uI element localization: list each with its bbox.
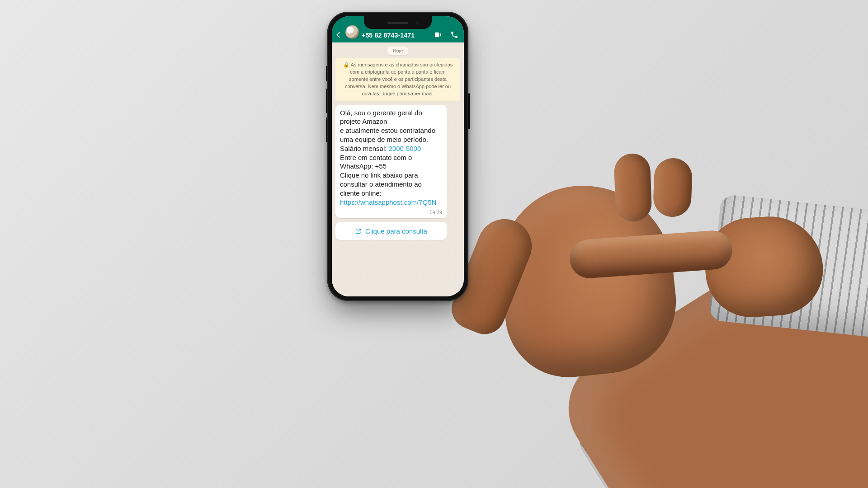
hand-pointing — [570, 190, 868, 334]
phone-screen: +55 82 8743-1471 Hoje 🔒As mensagens e as… — [332, 16, 464, 296]
date-divider: Hoje — [387, 46, 409, 55]
lock-icon: 🔒 — [343, 62, 349, 67]
contact-avatar[interactable] — [345, 25, 359, 39]
encryption-notice[interactable]: 🔒As mensagens e as chamadas são protegid… — [335, 58, 460, 101]
encryption-notice-text: As mensagens e as chamadas são protegida… — [345, 62, 453, 96]
message-line-2: e atualmente estou contratando uma equip… — [340, 127, 435, 143]
message-timestamp: 09:29 — [429, 209, 442, 216]
contact-phone-number[interactable]: +55 82 8743-1471 — [362, 32, 431, 39]
message-contact-line: Entre em contato com o WhatsApp: +55 — [340, 154, 412, 170]
back-icon[interactable] — [335, 31, 343, 39]
cta-button[interactable]: Clique para consulta — [335, 222, 447, 240]
message-line-1: Olá, sou o gerente geral do projeto Amaz… — [340, 109, 422, 126]
cta-label: Clique para consulta — [365, 227, 427, 235]
external-link-icon — [355, 228, 362, 235]
message-url-link[interactable]: https://whatsapphost.com/7Q5N — [340, 198, 436, 206]
voice-call-icon[interactable] — [450, 31, 458, 39]
video-call-icon[interactable] — [434, 31, 442, 39]
phone-notch — [364, 16, 432, 29]
message-salary-label: Salário mensal: — [340, 145, 389, 152]
phone-frame: +55 82 8743-1471 Hoje 🔒As mensagens e as… — [327, 12, 468, 301]
message-salary-link[interactable]: 2000-5000 — [389, 145, 421, 152]
chat-body: Hoje 🔒As mensagens e as chamadas são pro… — [332, 42, 464, 296]
message-link-intro: Clique no link abaixo para consultar o a… — [340, 171, 422, 197]
incoming-message[interactable]: Olá, sou o gerente geral do projeto Amaz… — [335, 105, 447, 219]
